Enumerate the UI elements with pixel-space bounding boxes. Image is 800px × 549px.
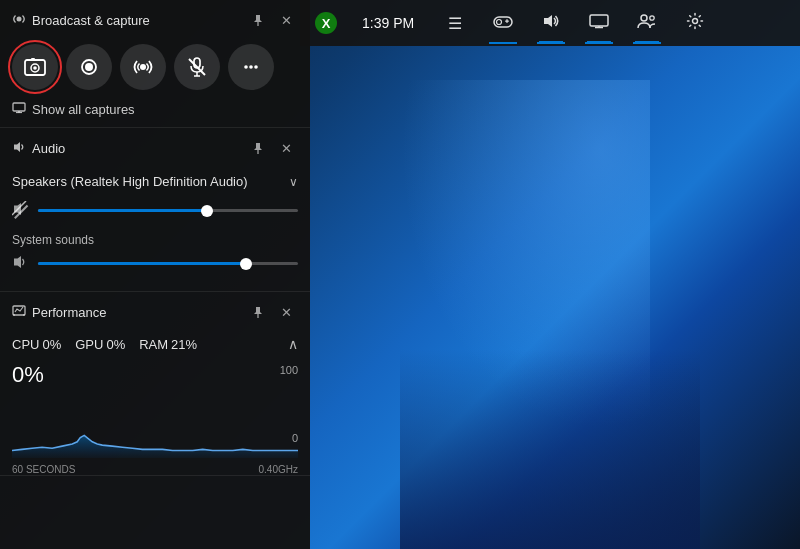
performance-close-btn[interactable]: ✕ [274, 300, 298, 324]
svg-marker-4 [544, 15, 552, 27]
svg-rect-27 [13, 103, 25, 111]
svg-rect-5 [590, 15, 608, 26]
gamebar-top-bar: X 1:39 PM ☰ [300, 0, 800, 46]
broadcast-capture-widget: Broadcast & capture ✕ [0, 0, 310, 128]
cpu-value: 0% [42, 337, 61, 352]
cpu-label: CPU [12, 337, 39, 352]
speaker-slider-thumb [201, 205, 213, 217]
performance-title: Performance [32, 305, 240, 320]
more-options-button[interactable] [228, 44, 274, 90]
performance-stats-row: CPU 0% GPU 0% RAM 21% ∧ [0, 330, 310, 356]
ram-stat: RAM 21% [139, 337, 197, 352]
svg-point-18 [85, 63, 93, 71]
svg-point-9 [650, 16, 654, 20]
speaker-slider-fill [38, 209, 207, 212]
record-button[interactable] [66, 44, 112, 90]
audio-header-actions: ✕ [246, 136, 298, 160]
cpu-stat: CPU 0% [12, 337, 61, 352]
settings-icon [686, 12, 704, 34]
menu-icon: ☰ [448, 14, 462, 33]
broadcast-capture-title: Broadcast & capture [32, 13, 240, 28]
xbox-logo-icon: X [312, 9, 340, 37]
cpu-chart-container: 0% 100 0 [0, 356, 310, 466]
audio-device-row: Speakers (Realtek High Definition Audio)… [12, 170, 298, 197]
svg-marker-30 [14, 142, 20, 152]
broadcast-icon [12, 12, 26, 29]
svg-point-26 [254, 65, 258, 69]
show-captures-label: Show all captures [32, 102, 135, 117]
menu-icon-btn[interactable]: ☰ [432, 0, 478, 46]
broadcast-capture-header: Broadcast & capture ✕ [0, 0, 310, 38]
gpu-value: 0% [106, 337, 125, 352]
audio-title: Audio [32, 141, 240, 156]
audio-pin-btn[interactable] [246, 136, 270, 160]
svg-point-1 [497, 20, 502, 25]
audio-close-btn[interactable]: ✕ [274, 136, 298, 160]
speaker-muted-icon[interactable] [12, 201, 30, 220]
screenshot-button[interactable] [12, 44, 58, 90]
gpu-stat: GPU 0% [75, 337, 125, 352]
ram-value: 21% [171, 337, 197, 352]
chart-percent-label: 0% [12, 364, 44, 386]
mute-mic-button[interactable] [174, 44, 220, 90]
performance-pin-btn[interactable] [246, 300, 270, 324]
chart-max-label: 100 [280, 364, 298, 376]
broadcast-close-btn[interactable]: ✕ [274, 8, 298, 32]
volume-icon [541, 13, 561, 33]
svg-rect-3 [507, 19, 508, 23]
svg-marker-34 [14, 256, 21, 268]
volume-icon-btn[interactable] [528, 0, 574, 46]
chart-min-label: 0 [292, 432, 298, 444]
svg-point-8 [641, 15, 647, 21]
settings-icon-btn[interactable] [672, 0, 718, 46]
performance-widget: Performance ✕ CPU 0% GPU 0% [0, 292, 310, 476]
performance-icon [12, 304, 26, 321]
display-icon [589, 13, 609, 33]
show-captures-link[interactable]: Show all captures [0, 98, 310, 127]
broadcast-pin-btn[interactable] [246, 8, 270, 32]
audio-icon [12, 140, 26, 157]
system-sounds-label: System sounds [12, 227, 94, 251]
controller-icon-btn[interactable] [480, 0, 526, 46]
system-sounds-icon [12, 254, 30, 273]
audio-device-name: Speakers (Realtek High Definition Audio) [12, 174, 248, 189]
system-sounds-slider-thumb [240, 258, 252, 270]
monitor-icon [12, 102, 26, 117]
chevron-down-icon[interactable]: ∨ [289, 175, 298, 189]
broadcast-header-actions: ✕ [246, 8, 298, 32]
ram-label: RAM [139, 337, 168, 352]
audio-header: Audio ✕ [0, 128, 310, 166]
audio-section: Speakers (Realtek High Definition Audio)… [0, 166, 310, 281]
svg-point-19 [140, 64, 146, 70]
audio-widget: Audio ✕ Speakers (Realtek High Definitio… [0, 128, 310, 292]
system-sounds-volume-row [12, 250, 298, 277]
gpu-label: GPU [75, 337, 103, 352]
svg-rect-16 [31, 58, 35, 61]
speaker-slider-track[interactable] [38, 209, 298, 212]
svg-point-10 [693, 19, 698, 24]
gamebar-time: 1:39 PM [362, 15, 414, 31]
friends-icon-btn[interactable] [624, 0, 670, 46]
performance-header: Performance ✕ [0, 292, 310, 330]
controller-icon [492, 13, 514, 33]
svg-point-11 [17, 16, 22, 21]
gamebar-icon-group: ☰ [432, 0, 718, 46]
speaker-volume-row [12, 197, 298, 224]
performance-expand-btn[interactable]: ∧ [288, 336, 298, 352]
system-sounds-slider-track[interactable] [38, 262, 298, 265]
cpu-chart-svg [12, 388, 298, 458]
svg-point-25 [249, 65, 253, 69]
performance-header-actions: ✕ [246, 300, 298, 324]
display-icon-btn[interactable] [576, 0, 622, 46]
xbox-logo: X [315, 12, 337, 34]
system-sounds-slider-fill [38, 262, 246, 265]
side-panel: Broadcast & capture ✕ [0, 0, 310, 549]
friends-icon [636, 13, 658, 33]
svg-point-15 [33, 66, 37, 70]
svg-point-24 [244, 65, 248, 69]
broadcast-button[interactable] [120, 44, 166, 90]
capture-buttons-row [0, 38, 310, 98]
